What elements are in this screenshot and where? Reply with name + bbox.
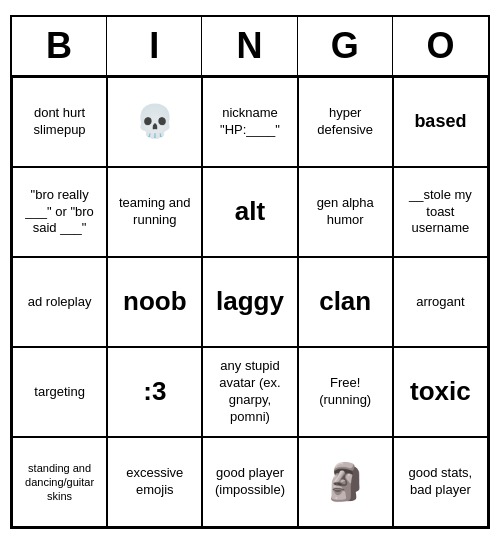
bingo-cell-13: clan (298, 257, 393, 347)
bingo-letter: G (298, 17, 393, 75)
bingo-cell-15: targeting (12, 347, 107, 437)
bingo-letter: I (107, 17, 202, 75)
bingo-cell-1: 💀 (107, 77, 202, 167)
bingo-grid: dont hurt slimepup💀nickname "HP:____"hyp… (12, 77, 488, 527)
bingo-letter: N (202, 17, 297, 75)
bingo-cell-0: dont hurt slimepup (12, 77, 107, 167)
bingo-cell-17: any stupid avatar (ex. gnarpy, pomni) (202, 347, 297, 437)
bingo-cell-23: 🗿 (298, 437, 393, 527)
bingo-cell-10: ad roleplay (12, 257, 107, 347)
bingo-cell-2: nickname "HP:____" (202, 77, 297, 167)
bingo-cell-21: excessive emojis (107, 437, 202, 527)
bingo-cell-18: Free! (running) (298, 347, 393, 437)
cell-moai: 🗿 (323, 459, 368, 506)
bingo-cell-22: good player (impossible) (202, 437, 297, 527)
bingo-letter: B (12, 17, 107, 75)
cell-emoji: 💀 (135, 101, 175, 143)
bingo-cell-24: good stats, bad player (393, 437, 488, 527)
bingo-cell-5: "bro really ___" or "bro said ___" (12, 167, 107, 257)
bingo-cell-4: based (393, 77, 488, 167)
bingo-cell-14: arrogant (393, 257, 488, 347)
bingo-cell-7: alt (202, 167, 297, 257)
bingo-cell-19: toxic (393, 347, 488, 437)
bingo-cell-6: teaming and running (107, 167, 202, 257)
bingo-cell-16: :3 (107, 347, 202, 437)
bingo-letter: O (393, 17, 488, 75)
bingo-cell-12: laggy (202, 257, 297, 347)
bingo-cell-20: standing and dancing/guitar skins (12, 437, 107, 527)
bingo-card: BINGO dont hurt slimepup💀nickname "HP:__… (10, 15, 490, 529)
bingo-cell-8: gen alpha humor (298, 167, 393, 257)
bingo-cell-11: noob (107, 257, 202, 347)
bingo-header: BINGO (12, 17, 488, 77)
bingo-cell-3: hyper defensive (298, 77, 393, 167)
bingo-cell-9: __stole my toast username (393, 167, 488, 257)
